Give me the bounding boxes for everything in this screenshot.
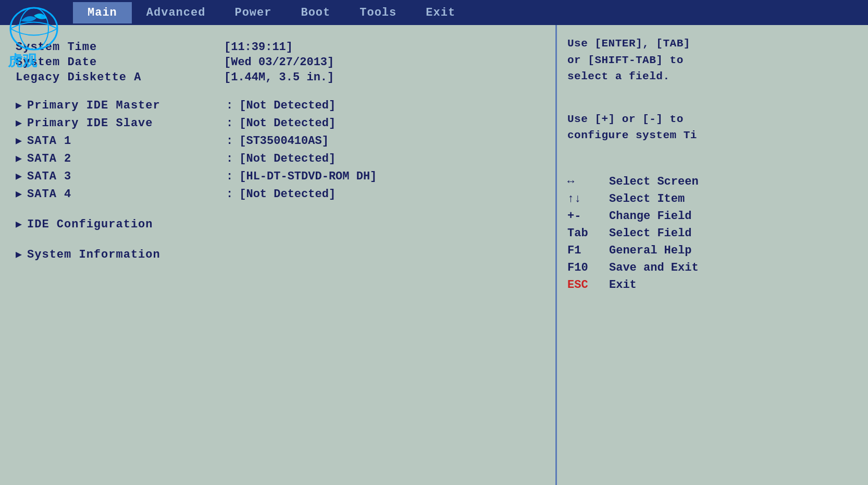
svg-point-2 bbox=[41, 15, 45, 19]
expand-arrow-ide-config: ▶ bbox=[16, 217, 22, 231]
separator-4: : bbox=[226, 152, 233, 165]
help-text-2: Use [+] or [-] to configure system Ti bbox=[567, 111, 858, 144]
key-esc: ESC bbox=[567, 278, 609, 292]
action-select-screen: Select Screen bbox=[609, 175, 699, 188]
sata3-label: SATA 3 bbox=[27, 170, 220, 183]
logo bbox=[5, 5, 68, 57]
legacy-diskette-value: [1.44M, 3.5 in.] bbox=[224, 71, 334, 84]
key-f1: F1 bbox=[567, 244, 609, 257]
key-bindings: ↔ Select Screen ↑↓ Select Item +- Change… bbox=[567, 175, 858, 292]
expand-arrow-sata4: ▶ bbox=[16, 187, 22, 200]
action-select-item: Select Item bbox=[609, 192, 685, 205]
system-date-label: System Date bbox=[16, 56, 224, 69]
sata3-value: [HL-DT-STDVD-ROM DH] bbox=[239, 170, 377, 183]
sata3-row[interactable]: ▶ SATA 3 : [HL-DT-STDVD-ROM DH] bbox=[16, 169, 540, 183]
ide-configuration-row[interactable]: ▶ IDE Configuration bbox=[16, 217, 540, 231]
key-arrow-ud: ↑↓ bbox=[567, 192, 609, 205]
system-information-label: System Information bbox=[27, 248, 235, 261]
key-tab: Tab bbox=[567, 227, 609, 240]
primary-ide-slave-row[interactable]: ▶ Primary IDE Slave : [Not Detected] bbox=[16, 116, 540, 130]
expand-arrow-primary-ide-master: ▶ bbox=[16, 99, 22, 112]
expand-arrow-sata1: ▶ bbox=[16, 134, 22, 147]
sata4-row[interactable]: ▶ SATA 4 : [Not Detected] bbox=[16, 187, 540, 201]
key-save-exit: F10 Save and Exit bbox=[567, 261, 858, 274]
system-time-value: [11:39:11] bbox=[224, 41, 293, 54]
primary-ide-slave-label: Primary IDE Slave bbox=[27, 117, 220, 130]
menu-item-exit[interactable]: Exit bbox=[411, 2, 470, 23]
sata2-value: [Not Detected] bbox=[239, 152, 336, 165]
separator-6: : bbox=[226, 188, 233, 201]
key-f10: F10 bbox=[567, 261, 609, 274]
action-save-exit: Save and Exit bbox=[609, 261, 699, 274]
action-exit: Exit bbox=[609, 278, 637, 292]
system-date-value: [Wed 03/27/2013] bbox=[224, 56, 334, 69]
action-select-field: Select Field bbox=[609, 227, 691, 240]
menu-bar: Main Advanced Power Boot Tools Exit bbox=[0, 0, 868, 25]
key-arrow-lr: ↔ bbox=[567, 175, 609, 188]
key-select-field: Tab Select Field bbox=[567, 227, 858, 240]
system-date-row[interactable]: System Date [Wed 03/27/2013] bbox=[16, 56, 540, 69]
right-panel: Use [ENTER], [TAB] or [SHIFT-TAB] to sel… bbox=[555, 25, 868, 485]
sata4-label: SATA 4 bbox=[27, 188, 220, 201]
legacy-diskette-label: Legacy Diskette A bbox=[16, 71, 224, 84]
expand-arrow-primary-ide-slave: ▶ bbox=[16, 116, 22, 129]
expand-arrow-sata3: ▶ bbox=[16, 169, 22, 183]
bios-content: System Time [11:39:11] System Date [Wed … bbox=[16, 35, 540, 261]
key-general-help: F1 General Help bbox=[567, 244, 858, 257]
menu-item-advanced[interactable]: Advanced bbox=[132, 2, 220, 23]
menu-item-tools[interactable]: Tools bbox=[345, 2, 411, 23]
key-exit: ESC Exit bbox=[567, 278, 858, 292]
separator-2: : bbox=[226, 117, 233, 130]
system-time-row[interactable]: System Time [11:39:11] bbox=[16, 41, 540, 54]
key-change-field: +- Change Field bbox=[567, 210, 858, 223]
primary-ide-master-label: Primary IDE Master bbox=[27, 99, 220, 112]
separator-3: : bbox=[226, 135, 233, 148]
menu-item-main[interactable]: Main bbox=[73, 2, 132, 23]
content-area: 虎观 System Time [11:39:11] System Date [W… bbox=[0, 25, 868, 485]
svg-point-1 bbox=[19, 8, 48, 50]
sata2-label: SATA 2 bbox=[27, 152, 220, 165]
ide-configuration-label: IDE Configuration bbox=[27, 218, 235, 231]
primary-ide-master-value: [Not Detected] bbox=[239, 99, 336, 112]
action-change-field: Change Field bbox=[609, 210, 691, 223]
key-plus-minus: +- bbox=[567, 210, 609, 223]
primary-ide-slave-value: [Not Detected] bbox=[239, 117, 336, 130]
sata1-label: SATA 1 bbox=[27, 135, 220, 148]
key-select-screen: ↔ Select Screen bbox=[567, 175, 858, 188]
main-panel: 虎观 System Time [11:39:11] System Date [W… bbox=[0, 25, 555, 485]
help-text-1: Use [ENTER], [TAB] or [SHIFT-TAB] to sel… bbox=[567, 35, 858, 85]
separator-5: : bbox=[226, 170, 233, 183]
sata1-value: [ST3500410AS] bbox=[239, 135, 329, 148]
primary-ide-master-row[interactable]: ▶ Primary IDE Master : [Not Detected] bbox=[16, 99, 540, 112]
sata1-row[interactable]: ▶ SATA 1 : [ST3500410AS] bbox=[16, 134, 540, 148]
legacy-diskette-row[interactable]: Legacy Diskette A [1.44M, 3.5 in.] bbox=[16, 71, 540, 84]
key-select-item: ↑↓ Select Item bbox=[567, 192, 858, 205]
expand-arrow-sata2: ▶ bbox=[16, 152, 22, 165]
expand-arrow-sys-info: ▶ bbox=[16, 248, 22, 261]
menu-item-boot[interactable]: Boot bbox=[286, 2, 345, 23]
sata4-value: [Not Detected] bbox=[239, 188, 336, 201]
menu-item-power[interactable]: Power bbox=[220, 2, 286, 23]
system-information-row[interactable]: ▶ System Information bbox=[16, 248, 540, 261]
svg-point-0 bbox=[10, 8, 57, 50]
separator-1: : bbox=[226, 99, 233, 112]
sata2-row[interactable]: ▶ SATA 2 : [Not Detected] bbox=[16, 152, 540, 165]
action-general-help: General Help bbox=[609, 244, 691, 257]
